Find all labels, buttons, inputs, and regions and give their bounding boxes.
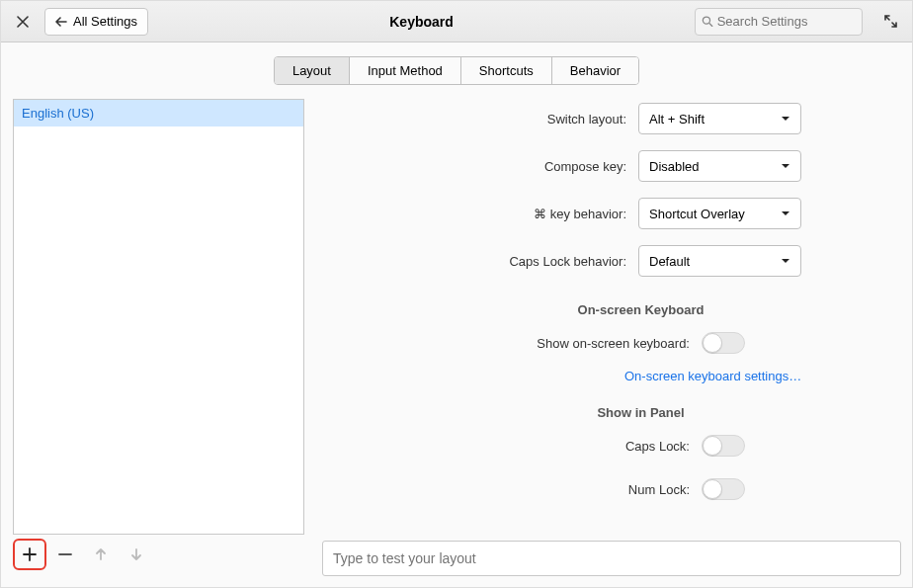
row-cmd-key: ⌘ key behavior: Shortcut Overlay — [322, 194, 801, 233]
row-switch-layout: Switch layout: Alt + Shift — [322, 99, 801, 138]
titlebar: All Settings Keyboard — [1, 1, 912, 42]
switch-layout-value: Alt + Shift — [649, 112, 705, 126]
cmd-key-value: Shortcut Overlay — [649, 207, 745, 221]
close-icon — [17, 16, 29, 28]
layout-list[interactable]: English (US) — [13, 99, 304, 535]
row-compose-key: Compose key: Disabled — [322, 146, 801, 186]
caps-lock-select[interactable]: Default — [638, 245, 801, 277]
arrow-up-icon — [94, 547, 108, 561]
switch-layout-select[interactable]: Alt + Shift — [638, 103, 801, 134]
tab-input-method[interactable]: Input Method — [350, 57, 461, 84]
onscreen-link-row: On-screen keyboard settings… — [322, 369, 913, 383]
expand-icon — [884, 15, 897, 28]
row-caps-lock: Caps Lock behavior: Default — [322, 241, 801, 281]
panel-caps-label: Caps Lock: — [625, 439, 690, 454]
row-panel-caps: Caps Lock: — [322, 428, 913, 463]
arrow-down-icon — [129, 547, 143, 561]
caps-lock-value: Default — [649, 254, 690, 269]
compose-key-value: Disabled — [649, 159, 700, 174]
toggle-knob — [703, 479, 722, 499]
maximize-button[interactable] — [876, 9, 904, 35]
cmd-key-label: ⌘ key behavior: — [534, 207, 626, 221]
row-panel-num: Num Lock: — [322, 471, 913, 507]
toggle-knob — [703, 333, 722, 353]
panel-num-toggle[interactable] — [702, 478, 745, 500]
add-layout-button[interactable] — [13, 539, 46, 570]
tab-behavior[interactable]: Behavior — [552, 57, 638, 84]
show-onscreen-toggle[interactable] — [702, 332, 745, 354]
svg-point-0 — [703, 17, 709, 24]
compose-key-select[interactable]: Disabled — [638, 150, 801, 182]
move-up-button — [84, 539, 118, 570]
right-column: Switch layout: Alt + Shift Compose key: … — [322, 99, 900, 574]
search-field[interactable] — [695, 8, 863, 36]
tab-shortcuts[interactable]: Shortcuts — [461, 57, 552, 84]
chevron-down-icon — [781, 258, 790, 264]
back-arrow-icon — [55, 17, 67, 27]
layout-item[interactable]: English (US) — [14, 100, 303, 126]
plus-icon — [23, 547, 37, 561]
chevron-down-icon — [781, 210, 790, 216]
all-settings-label: All Settings — [73, 14, 137, 29]
tab-bar: Layout Input Method Shortcuts Behavior — [1, 42, 912, 99]
left-column: English (US) — [13, 99, 304, 574]
page-title: Keyboard — [156, 14, 687, 30]
onscreen-settings-link[interactable]: On-screen keyboard settings… — [322, 369, 801, 383]
row-show-onscreen: Show on-screen keyboard: — [322, 325, 913, 361]
test-layout-input[interactable] — [322, 541, 901, 576]
tab-group: Layout Input Method Shortcuts Behavior — [274, 56, 639, 85]
chevron-down-icon — [781, 163, 790, 169]
switch-layout-label: Switch layout: — [547, 112, 626, 126]
compose-key-label: Compose key: — [544, 159, 626, 174]
tab-layout[interactable]: Layout — [275, 57, 350, 84]
chevron-down-icon — [781, 116, 790, 122]
search-input[interactable] — [717, 14, 856, 29]
caps-lock-label: Caps Lock behavior: — [509, 254, 626, 269]
toggle-knob — [703, 436, 722, 456]
layout-toolbar — [13, 535, 304, 574]
show-onscreen-label: Show on-screen keyboard: — [537, 336, 690, 351]
minus-icon — [58, 547, 72, 561]
search-icon — [702, 15, 713, 28]
onscreen-section-title: On-screen Keyboard — [322, 302, 913, 317]
panel-section-title: Show in Panel — [322, 405, 913, 420]
move-down-button — [120, 539, 153, 570]
panel-caps-toggle[interactable] — [702, 435, 745, 457]
cmd-key-select[interactable]: Shortcut Overlay — [638, 198, 801, 229]
panel-num-label: Num Lock: — [628, 482, 690, 497]
remove-layout-button[interactable] — [48, 539, 82, 570]
close-button[interactable] — [9, 9, 37, 35]
all-settings-button[interactable]: All Settings — [44, 8, 148, 36]
content-area: English (US) Switch layout: Alt + Shift — [1, 99, 912, 586]
